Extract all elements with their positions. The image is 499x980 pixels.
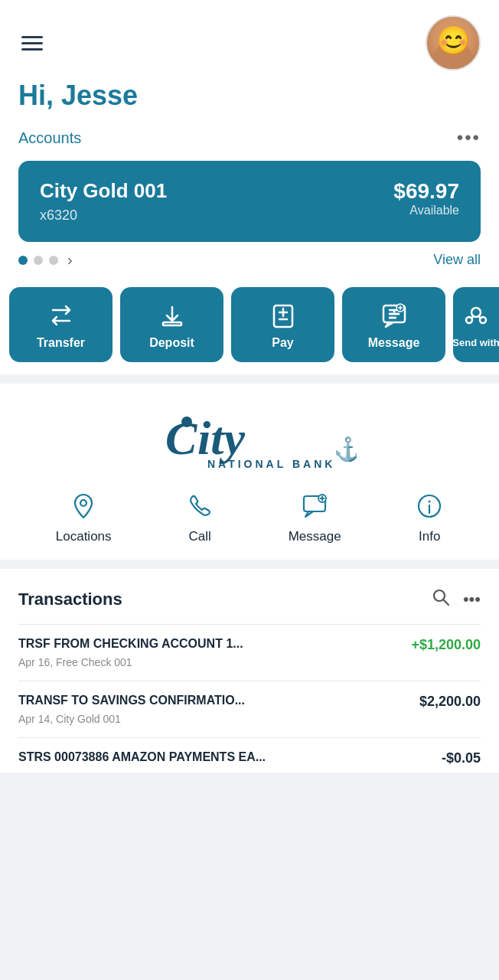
transaction-date: Apr 16 xyxy=(18,656,50,668)
svg-point-22 xyxy=(80,500,86,506)
transaction-account: Free Check 001 xyxy=(56,656,132,668)
pay-label: Pay xyxy=(272,336,293,350)
transfer-label: Transfer xyxy=(37,336,85,350)
pay-icon xyxy=(269,301,298,330)
table-row[interactable]: TRANSF TO SAVINGS CONFIRMATIO... $2,200.… xyxy=(18,681,481,737)
deposit-label: Deposit xyxy=(149,336,194,350)
accounts-label: Accounts xyxy=(18,129,81,147)
greeting-text: Hi, Jesse xyxy=(18,80,481,112)
bank-section: C ity NATIONAL BANK ⚓ Locations xyxy=(0,384,499,560)
info-label: Info xyxy=(419,529,440,544)
account-card-container: City Gold 001 x6320 $69.97 Available xyxy=(0,155,499,242)
svg-text:NATIONAL BANK: NATIONAL BANK xyxy=(207,458,335,470)
svg-point-28 xyxy=(429,501,431,503)
transactions-more-button[interactable]: ••• xyxy=(463,590,481,609)
transaction-row: TRANSF TO SAVINGS CONFIRMATIO... $2,200.… xyxy=(18,694,481,710)
dot-3[interactable] xyxy=(49,256,58,265)
balance-label: Available xyxy=(393,204,459,217)
info-button[interactable]: Info xyxy=(416,492,443,544)
message-bubble-icon xyxy=(301,492,328,523)
info-circle-icon xyxy=(416,492,443,523)
message-button[interactable]: Message xyxy=(342,287,445,362)
balance-amount: $69.97 xyxy=(393,179,459,204)
bank-message-button[interactable]: Message xyxy=(289,492,341,544)
transaction-amount: +$1,200.00 xyxy=(411,637,481,653)
account-card[interactable]: City Gold 001 x6320 $69.97 Available xyxy=(18,161,481,242)
dot-1[interactable] xyxy=(18,256,28,265)
svg-line-31 xyxy=(443,600,448,606)
accounts-header: Accounts ••• xyxy=(0,127,499,155)
svg-point-19 xyxy=(181,416,192,427)
transfer-button[interactable]: Transfer xyxy=(9,287,113,362)
dot-2[interactable] xyxy=(34,256,43,265)
table-row[interactable]: TRSF FROM CHECKING ACCOUNT 1... +$1,200.… xyxy=(18,624,481,681)
location-pin-icon xyxy=(70,492,97,523)
svg-rect-0 xyxy=(163,322,181,325)
transaction-meta: Apr 14, City Gold 001 xyxy=(18,713,481,725)
deposit-icon xyxy=(158,301,187,330)
locations-button[interactable]: Locations xyxy=(56,492,112,544)
chevron-right-icon[interactable]: › xyxy=(67,251,73,269)
account-number: x6320 xyxy=(40,207,167,224)
send-with-icon xyxy=(461,302,491,331)
accounts-more-button[interactable]: ••• xyxy=(457,127,481,149)
svg-point-14 xyxy=(471,308,481,317)
phone-icon xyxy=(186,492,214,523)
table-row[interactable]: STRS 00073886 AMAZON PAYMENTS EA... -$0.… xyxy=(18,737,481,773)
search-button[interactable] xyxy=(431,587,451,612)
transaction-amount: -$0.05 xyxy=(442,750,481,766)
bank-logo-svg: C ity NATIONAL BANK ⚓ xyxy=(142,402,357,471)
svg-text:⚓: ⚓ xyxy=(334,436,357,463)
card-dots: › xyxy=(18,251,73,269)
call-button[interactable]: Call xyxy=(186,492,214,544)
bank-logo: C ity NATIONAL BANK ⚓ xyxy=(18,402,481,474)
account-info: City Gold 001 x6320 xyxy=(40,179,167,224)
transactions-section: Transactions ••• TRSF FROM CHECKING ACCO… xyxy=(0,569,499,773)
account-name: City Gold 001 xyxy=(40,179,167,203)
transaction-description: TRANSF TO SAVINGS CONFIRMATIO... xyxy=(18,694,410,707)
transaction-description: TRSF FROM CHECKING ACCOUNT 1... xyxy=(18,637,402,651)
transaction-row: STRS 00073886 AMAZON PAYMENTS EA... -$0.… xyxy=(18,750,481,766)
deposit-button[interactable]: Deposit xyxy=(120,287,223,362)
send-with-label: Send with xyxy=(452,337,499,349)
bank-message-label: Message xyxy=(289,529,341,544)
message-label: Message xyxy=(368,336,420,350)
transactions-header: Transactions ••• xyxy=(18,587,481,612)
transactions-actions: ••• xyxy=(431,587,481,612)
header: Hi, Jesse xyxy=(0,0,499,127)
pay-button[interactable]: Pay xyxy=(231,287,334,362)
transaction-description: STRS 00073886 AMAZON PAYMENTS EA... xyxy=(18,750,432,764)
avatar[interactable] xyxy=(426,15,481,70)
view-all-button[interactable]: View all xyxy=(433,252,481,268)
locations-label: Locations xyxy=(56,529,112,544)
account-balance: $69.97 Available xyxy=(393,179,459,217)
transfer-icon xyxy=(47,301,76,330)
card-navigation: › View all xyxy=(0,242,499,278)
send-with-button[interactable]: Send with xyxy=(453,287,499,362)
header-top xyxy=(18,15,481,70)
transaction-meta: Apr 16, Free Check 001 xyxy=(18,656,481,668)
transaction-account: City Gold 001 xyxy=(56,713,121,725)
svg-text:C: C xyxy=(165,412,197,464)
actions-row: Transfer Deposit Pay xyxy=(0,278,499,374)
call-label: Call xyxy=(188,529,210,544)
message-action-icon xyxy=(380,301,409,330)
transactions-title: Transactions xyxy=(18,590,122,609)
transaction-date: Apr 14 xyxy=(18,713,50,725)
transaction-row: TRSF FROM CHECKING ACCOUNT 1... +$1,200.… xyxy=(18,637,481,653)
hamburger-menu-button[interactable] xyxy=(18,33,46,54)
svg-text:ity: ity xyxy=(197,412,245,464)
transaction-amount: $2,200.00 xyxy=(419,694,481,710)
bank-services: Locations Call Me xyxy=(18,492,481,544)
